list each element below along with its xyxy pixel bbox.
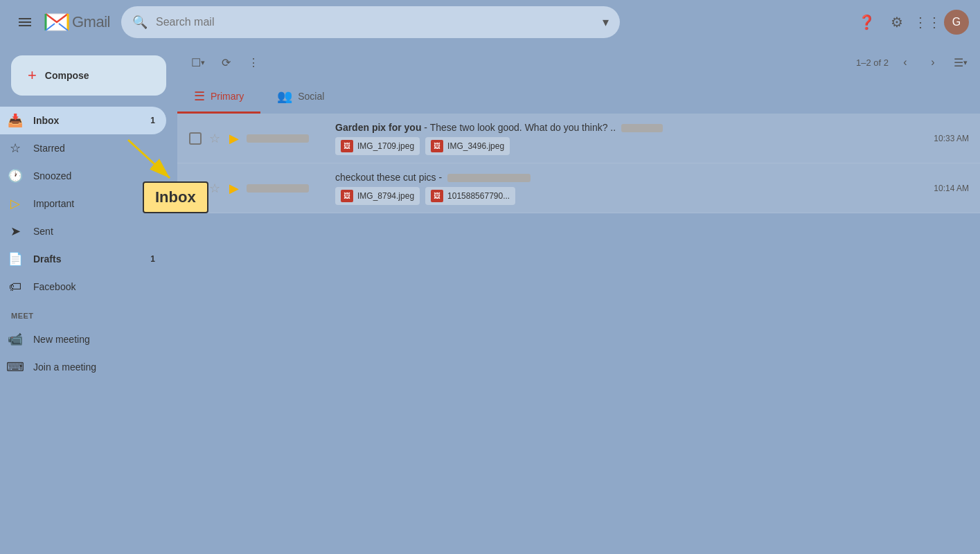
new-meeting-icon: 📹 [8, 332, 22, 346]
main-layout: + Compose 📥 Inbox 1 ☆ Starred 🕐 Snoozed … [0, 44, 980, 554]
refresh-button[interactable]: ⟳ [213, 50, 238, 75]
checkbox-icon: ☐ [191, 56, 201, 69]
attachment-4-icon: 🖼 [431, 190, 443, 202]
inbox-tabs: ☰ Primary 👥 Social [177, 80, 980, 114]
sidebar-item-starred[interactable]: ☆ Starred [0, 134, 166, 162]
important-icon: ▷ [8, 197, 22, 211]
gmail-logo-icon [44, 10, 69, 35]
view-dropdown-icon: ▾ [963, 58, 968, 67]
refresh-icon: ⟳ [222, 56, 231, 69]
content-area: ☐ ▾ ⟳ ⋮ 1–2 of 2 ‹ › ☰ ▾ [177, 44, 980, 554]
sidebar-item-inbox[interactable]: 📥 Inbox 1 [0, 107, 166, 134]
email-1-sender-redacted [247, 134, 309, 143]
help-icon: ❓ [858, 14, 875, 30]
view-toggle-button[interactable]: ☰ ▾ [950, 51, 972, 73]
search-icon: 🔍 [132, 15, 148, 30]
attachment-4-name: 101588567790... [447, 191, 510, 201]
sidebar-item-sent-label: Sent [33, 226, 155, 237]
next-page-button[interactable]: › [922, 51, 944, 73]
email-1-snippet-redacted [621, 124, 663, 132]
more-icon: ⋮ [248, 56, 259, 69]
inbox-badge: 1 [150, 116, 155, 125]
grid-icon: ⋮⋮ [914, 14, 941, 30]
sidebar-item-join-meeting[interactable]: ⌨ Join a meeting [0, 353, 166, 381]
email-1-attachments: 🖼 IMG_1709.jpeg 🖼 IMG_3496.jpeg [335, 137, 923, 155]
tab-social[interactable]: 👥 Social [260, 80, 341, 114]
email-2-star[interactable]: ☆ [208, 181, 222, 195]
table-row[interactable]: ☆ ▶ checkout these cut pics - 🖼 IMG_8794 [177, 163, 980, 213]
facebook-icon: 🏷 [8, 280, 22, 294]
email-2-snippet-redacted [447, 174, 531, 182]
list-view-icon: ☰ [954, 56, 963, 69]
snoozed-icon: 🕐 [8, 169, 22, 183]
social-tab-label: Social [298, 91, 324, 102]
sidebar-item-join-meeting-label: Join a meeting [33, 361, 155, 373]
attachment-2-name: IMG_3496.jpeg [447, 141, 504, 151]
sidebar-item-new-meeting[interactable]: 📹 New meeting [0, 325, 166, 353]
email-2-important: ▶ [227, 181, 241, 195]
help-button[interactable]: ❓ [853, 8, 880, 36]
email-1-time: 10:33 AM [934, 134, 969, 143]
meet-section-label: Meet [0, 301, 177, 325]
attachment-3-name: IMG_8794.jpeg [357, 191, 414, 201]
select-all-checkbox[interactable]: ☐ ▾ [186, 50, 211, 75]
gmail-logo: Gmail [44, 10, 110, 35]
toolbar-count: 1–2 of 2 ‹ › ☰ ▾ [856, 51, 972, 73]
email-list: ☆ ▶ Garden pix for you - These two look … [177, 114, 980, 554]
email-2-body: checkout these cut pics - 🖼 IMG_8794.jpe… [335, 172, 923, 205]
email-1-subject-bold: Garden pix for you [335, 122, 421, 133]
chevron-left-icon: ‹ [903, 56, 907, 69]
header-actions: ❓ ⚙ ⋮⋮ G [853, 8, 969, 36]
sidebar-item-snoozed-label: Snoozed [33, 170, 155, 181]
drafts-badge: 1 [150, 254, 155, 264]
drafts-icon: 📄 [8, 252, 22, 266]
search-dropdown-icon[interactable]: ▾ [603, 15, 609, 30]
more-options-button[interactable]: ⋮ [241, 50, 266, 75]
sidebar-item-starred-label: Starred [33, 143, 155, 154]
sidebar-item-important[interactable]: ▷ Important [0, 190, 166, 217]
attachment-chip[interactable]: 🖼 IMG_1709.jpeg [335, 137, 420, 155]
sidebar-item-snoozed[interactable]: 🕐 Snoozed [0, 162, 166, 190]
settings-button[interactable]: ⚙ [883, 8, 911, 36]
email-2-subject-text: checkout these cut pics [335, 172, 436, 183]
attachment-1-name: IMG_1709.jpeg [357, 141, 414, 151]
table-row[interactable]: ☆ ▶ Garden pix for you - These two look … [177, 114, 980, 163]
menu-button[interactable] [11, 8, 39, 36]
sidebar-item-facebook[interactable]: 🏷 Facebook [0, 273, 166, 301]
email-2-sender [247, 184, 330, 193]
email-1-body: Garden pix for you - These two look good… [335, 122, 923, 155]
email-2-sender-redacted [247, 184, 309, 193]
attachment-1-icon: 🖼 [341, 140, 353, 152]
sidebar-item-drafts[interactable]: 📄 Drafts 1 [0, 245, 166, 273]
search-bar[interactable]: 🔍 ▾ [121, 6, 620, 38]
attachment-chip[interactable]: 🖼 IMG_3496.jpeg [425, 137, 510, 155]
tab-primary[interactable]: ☰ Primary [177, 80, 260, 114]
gear-icon: ⚙ [891, 14, 903, 30]
compose-label: Compose [45, 70, 89, 81]
email-1-star[interactable]: ☆ [208, 132, 222, 145]
email-2-subject: checkout these cut pics - [335, 172, 923, 183]
sidebar-item-important-label: Important [33, 198, 155, 209]
prev-page-button[interactable]: ‹ [894, 51, 916, 73]
attachment-chip[interactable]: 🖼 IMG_8794.jpeg [335, 187, 420, 205]
compose-button[interactable]: + Compose [11, 55, 166, 96]
sidebar-item-sent[interactable]: ➤ Sent [0, 217, 166, 245]
email-2-checkbox[interactable] [188, 181, 202, 195]
compose-plus-icon: + [28, 66, 37, 84]
primary-tab-label: Primary [211, 91, 244, 102]
attachment-chip[interactable]: 🖼 101588567790... [425, 187, 515, 205]
attachment-3-icon: 🖼 [341, 190, 353, 202]
email-1-important: ▶ [227, 132, 241, 145]
apps-button[interactable]: ⋮⋮ [914, 8, 941, 36]
count-text: 1–2 of 2 [856, 57, 889, 68]
email-1-checkbox[interactable] [188, 132, 202, 145]
attachment-2-icon: 🖼 [431, 140, 443, 152]
email-2-attachments: 🖼 IMG_8794.jpeg 🖼 101588567790... [335, 187, 923, 205]
search-input[interactable] [156, 16, 594, 28]
email-2-time: 10:14 AM [934, 184, 969, 193]
select-dropdown-icon: ▾ [201, 58, 205, 67]
email-toolbar: ☐ ▾ ⟳ ⋮ 1–2 of 2 ‹ › ☰ ▾ [177, 44, 980, 80]
avatar[interactable]: G [944, 10, 969, 35]
sidebar: + Compose 📥 Inbox 1 ☆ Starred 🕐 Snoozed … [0, 44, 177, 554]
sidebar-item-facebook-label: Facebook [33, 281, 155, 292]
